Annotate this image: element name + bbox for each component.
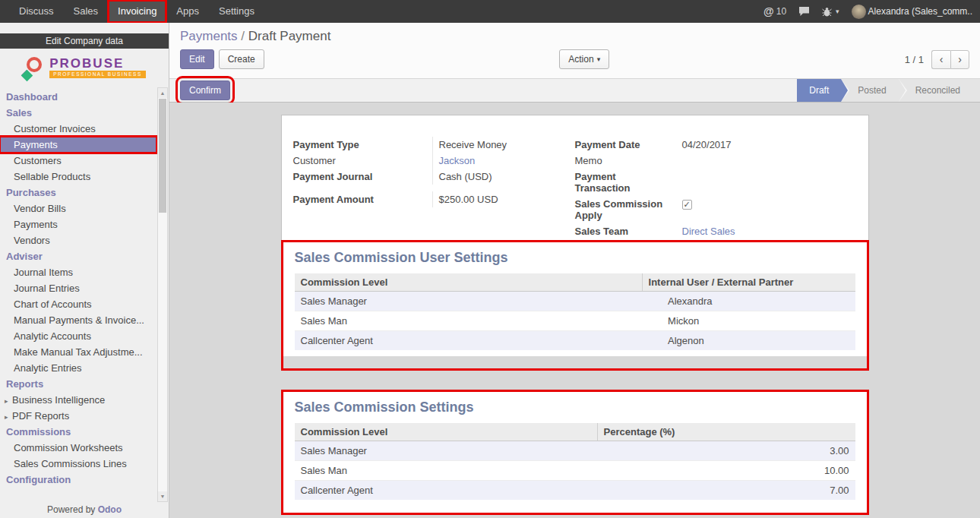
sidebar-item-manual-payments-invoice[interactable]: Manual Payments & Invoice... [0, 312, 156, 328]
edit-company-button[interactable]: Edit Company data [0, 33, 169, 49]
odoo-link[interactable]: Odoo [98, 504, 122, 515]
table-row[interactable]: Sales Manager3.00 [295, 441, 855, 461]
sidebar-item-vendor-bills[interactable]: Vendor Bills [0, 201, 156, 216]
table-row[interactable]: Sales Man10.00 [295, 461, 855, 481]
sidebar-item-customers[interactable]: Customers [0, 153, 156, 169]
field-value-payment-type: Receive Money [432, 137, 575, 153]
at-icon: @ [763, 5, 774, 17]
column-header-percentage[interactable]: Percentage (%) [597, 423, 855, 441]
field-label-memo: Memo [575, 153, 676, 169]
sidebar-section-commissions[interactable]: Commissions [0, 424, 156, 440]
field-label-payment-transaction: Payment Transaction [575, 169, 676, 196]
sidebar-scrollbar[interactable]: ▲ ▼ [157, 87, 168, 502]
sidebar-item-analytic-entries[interactable]: Analytic Entries [0, 360, 156, 376]
debug-menu[interactable]: ▾ [822, 7, 839, 17]
pager-text: 1 / 1 [905, 54, 924, 65]
field-row-sales-commission-apply: Sales Commission Apply✓ [575, 196, 857, 223]
table-row[interactable]: Callcenter AgentAlgenon [295, 331, 855, 351]
sidebar-item-journal-entries[interactable]: Journal Entries [0, 280, 156, 296]
field-label-payment-date: Payment Date [575, 137, 676, 153]
status-row: Confirm DraftPostedReconciled [169, 79, 980, 103]
sidebar-item-customer-invoices[interactable]: Customer Invoices [0, 121, 156, 137]
table-row[interactable]: Sales ManagerAlexandra [295, 292, 855, 311]
action-dropdown[interactable]: Action▾ [559, 49, 609, 69]
topbar-menu-settings[interactable]: Settings [209, 0, 264, 23]
table-row[interactable]: Sales ManMickon [295, 311, 855, 331]
scroll-down-icon[interactable]: ▼ [158, 491, 167, 501]
sidebar-item-sales-commissions-lines[interactable]: Sales Commissions Lines [0, 456, 156, 472]
scrollbar-thumb[interactable] [159, 99, 166, 213]
user-menu[interactable]: Alexandra (Sales_comm.. [852, 5, 972, 19]
sidebar-item-journal-items[interactable]: Journal Items [0, 264, 156, 280]
sidebar-section-sales[interactable]: Sales [0, 105, 156, 121]
section-sales-commission-user-settings: Sales Commission User SettingsCommission… [281, 240, 869, 371]
sidebar-item-business-intelligence[interactable]: ▸Business Intelligence [0, 392, 156, 408]
column-header-commission-level[interactable]: Commission Level [295, 273, 643, 292]
topbar-menu-apps[interactable]: Apps [166, 0, 209, 23]
field-group-left: Payment TypeReceive MoneyCustomerJackson… [293, 137, 575, 239]
field-group-right: Payment Date04/20/2017MemoPayment Transa… [575, 137, 857, 239]
confirm-button[interactable]: Confirm [180, 81, 230, 100]
mentions-menu[interactable]: @ 10 [763, 5, 786, 17]
field-label-payment-journal: Payment Journal [293, 169, 432, 185]
table-cell: 3.00 [597, 441, 855, 461]
section-title: Sales Commission User Settings [295, 250, 855, 266]
column-header-internal-user-external-partner[interactable]: Internal User / External Partner [642, 273, 855, 292]
checkbox-sales-commission-apply[interactable]: ✓ [682, 200, 692, 210]
pager-previous-button[interactable]: ‹ [931, 50, 950, 69]
field-label-customer: Customer [293, 153, 432, 169]
table-cell: 10.00 [597, 461, 855, 481]
payment-fields: Payment TypeReceive MoneyCustomerJackson… [281, 115, 869, 240]
sidebar-item-payments[interactable]: Payments [0, 137, 156, 153]
pager-next-button[interactable]: › [950, 50, 969, 69]
table-cell: Callcenter Agent [295, 331, 643, 351]
edit-button[interactable]: Edit [180, 49, 214, 69]
sidebar-section-dashboard[interactable]: Dashboard [0, 89, 156, 105]
avatar [852, 5, 866, 19]
sidebar-item-pdf-reports[interactable]: ▸PDF Reports [0, 408, 156, 424]
caret-down-icon: ▾ [597, 53, 601, 65]
table-cell: Sales Man [295, 461, 598, 481]
sidebar-item-sellable-products[interactable]: Sellable Products [0, 169, 156, 185]
chat-icon [798, 6, 810, 17]
breadcrumb: Payments / Draft Payment [180, 29, 969, 44]
chevron-right-icon: ▸ [5, 413, 12, 421]
sidebar-item-payments[interactable]: Payments [0, 216, 156, 232]
table-cell: Callcenter Agent [295, 481, 598, 501]
field-row-payment-transaction: Payment Transaction [575, 169, 857, 196]
sidebar-item-vendors[interactable]: Vendors [0, 232, 156, 248]
sidebar-section-configuration[interactable]: Configuration [0, 472, 156, 488]
section-gap [281, 371, 869, 390]
create-button[interactable]: Create [219, 49, 264, 69]
table-cell: Sales Manager [295, 292, 643, 311]
field-value-customer[interactable]: Jackson [432, 153, 575, 169]
field-row-payment-date: Payment Date04/20/2017 [575, 137, 857, 153]
sidebar-item-chart-of-accounts[interactable]: Chart of Accounts [0, 296, 156, 312]
topbar-menu-discuss[interactable]: Discuss [9, 0, 64, 23]
caret-down-icon: ▾ [836, 8, 839, 15]
status-step-posted[interactable]: Posted [841, 79, 898, 102]
status-step-reconciled[interactable]: Reconciled [899, 79, 980, 102]
sidebar-section-adviser[interactable]: Adviser [0, 248, 156, 264]
section-title: Sales Commission Settings [295, 400, 855, 415]
sidebar-section-purchases[interactable]: Purchases [0, 185, 156, 201]
user-name: Alexandra (Sales_comm.. [868, 6, 972, 17]
scroll-up-icon[interactable]: ▲ [158, 88, 167, 98]
field-value-payment-journal: Cash (USD) [432, 169, 575, 185]
sidebar-item-make-manual-tax-adjustme[interactable]: Make Manual Tax Adjustme... [0, 344, 156, 360]
topbar-menu-sales[interactable]: Sales [64, 0, 109, 23]
column-header-commission-level[interactable]: Commission Level [295, 423, 598, 441]
table-cell: Sales Manager [295, 441, 598, 461]
field-row-payment-journal: Payment JournalCash (USD) [293, 169, 575, 185]
company-logo[interactable]: PROBUSE PROFESSIONAL BUSINESS [0, 49, 169, 84]
breadcrumb-payments[interactable]: Payments [180, 29, 238, 43]
sidebar-section-reports[interactable]: Reports [0, 376, 156, 392]
table-row[interactable]: Callcenter Agent7.00 [295, 481, 855, 501]
topbar-menu-invoicing[interactable]: Invoicing [108, 0, 166, 23]
sidebar-item-commission-worksheets[interactable]: Commission Worksheets [0, 440, 156, 456]
sidebar-item-analytic-accounts[interactable]: Analytic Accounts [0, 328, 156, 344]
field-value-sales-team[interactable]: Direct Sales [676, 223, 857, 239]
status-step-draft[interactable]: Draft [797, 79, 841, 102]
messages-menu[interactable] [798, 6, 810, 17]
odoo-app: DiscussSalesInvoicingAppsSettings @ 10 ▾… [0, 0, 980, 518]
